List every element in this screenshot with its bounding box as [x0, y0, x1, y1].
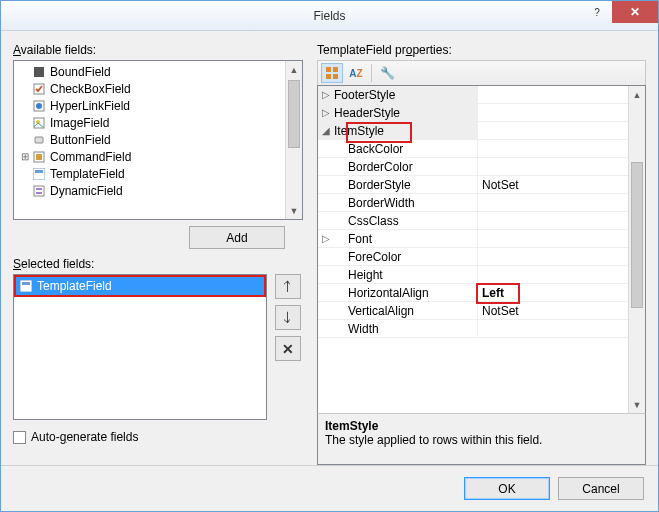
help-button[interactable]: ?	[582, 1, 612, 23]
property-row-width[interactable]: Width	[318, 320, 628, 338]
svg-rect-16	[326, 67, 331, 72]
autogenerate-row[interactable]: Auto-generate fields	[13, 430, 303, 444]
available-item-label: CheckBoxField	[50, 82, 131, 96]
property-row-borderstyle[interactable]: BorderStyleNotSet	[318, 176, 628, 194]
commandfield-icon	[32, 151, 46, 163]
available-fields-list[interactable]: BoundFieldCheckBoxFieldHyperLinkFieldIma…	[13, 60, 303, 220]
property-value[interactable]	[478, 320, 628, 337]
property-value[interactable]	[478, 230, 628, 247]
property-name: BorderStyle	[348, 178, 411, 192]
property-name: Font	[348, 232, 372, 246]
alphabetical-icon: AZ	[349, 68, 362, 79]
templatefield-icon	[32, 168, 46, 180]
add-button[interactable]: Add	[189, 226, 285, 249]
property-scrollbar[interactable]: ▲ ▼	[628, 86, 645, 413]
property-name: VerticalAlign	[348, 304, 414, 318]
property-row-font[interactable]: ▷Font	[318, 230, 628, 248]
arrow-up-icon: 🡑	[281, 279, 295, 295]
available-item-hyperlinkfield[interactable]: HyperLinkField	[14, 97, 285, 114]
property-row-height[interactable]: Height	[318, 266, 628, 284]
svg-rect-0	[34, 67, 44, 77]
scroll-down-icon[interactable]: ▼	[286, 202, 302, 219]
tree-expander[interactable]: ⊞	[18, 151, 32, 162]
svg-point-3	[36, 103, 42, 109]
delete-button[interactable]: ✕	[275, 336, 301, 361]
selected-fields-label: Selected fields:	[13, 257, 303, 271]
property-row-cssclass[interactable]: CssClass	[318, 212, 628, 230]
property-value[interactable]: Left	[478, 284, 628, 301]
imagefield-icon	[32, 117, 46, 129]
property-row-backcolor[interactable]: BackColor	[318, 140, 628, 158]
available-scrollbar[interactable]: ▲ ▼	[285, 61, 302, 219]
property-row-bordercolor[interactable]: BorderColor	[318, 158, 628, 176]
right-column: TemplateField properties: AZ 🔧 ▷FooterSt…	[317, 41, 646, 465]
property-value[interactable]: NotSet	[478, 176, 628, 193]
arrow-down-icon: 🡓	[281, 310, 295, 326]
property-value[interactable]	[478, 212, 628, 229]
property-value[interactable]	[478, 158, 628, 175]
svg-rect-18	[326, 74, 331, 79]
property-pages-button[interactable]: 🔧	[376, 63, 398, 83]
property-value[interactable]	[478, 140, 628, 157]
property-name: Width	[348, 322, 379, 336]
available-item-imagefield[interactable]: ImageField	[14, 114, 285, 131]
available-item-dynamicfield[interactable]: DynamicField	[14, 182, 285, 199]
property-name: FooterStyle	[334, 88, 395, 102]
property-row-borderwidth[interactable]: BorderWidth	[318, 194, 628, 212]
available-fields-label: Available fields:	[13, 43, 303, 57]
description-text: The style applied to rows within this fi…	[325, 433, 638, 447]
property-name: ForeColor	[348, 250, 401, 264]
svg-rect-19	[333, 74, 338, 79]
selected-fields-list[interactable]: TemplateField	[13, 274, 267, 420]
property-value[interactable]	[478, 266, 628, 283]
property-value[interactable]	[478, 104, 628, 121]
cancel-button[interactable]: Cancel	[558, 477, 644, 500]
move-down-button[interactable]: 🡓	[275, 305, 301, 330]
move-up-button[interactable]: 🡑	[275, 274, 301, 299]
available-item-label: ImageField	[50, 116, 109, 130]
available-item-buttonfield[interactable]: ButtonField	[14, 131, 285, 148]
available-item-boundfield[interactable]: BoundField	[14, 63, 285, 80]
buttonfield-icon	[32, 134, 46, 146]
scroll-thumb[interactable]	[631, 162, 643, 309]
scroll-down-icon[interactable]: ▼	[629, 396, 645, 413]
svg-rect-15	[22, 282, 30, 285]
property-row-verticalalign[interactable]: VerticalAlignNotSet	[318, 302, 628, 320]
scroll-thumb[interactable]	[288, 80, 300, 148]
available-item-commandfield[interactable]: ⊞CommandField	[14, 148, 285, 165]
dynamicfield-icon	[32, 185, 46, 197]
close-button[interactable]: ✕	[612, 1, 658, 23]
alphabetical-button[interactable]: AZ	[345, 63, 367, 83]
property-name: Height	[348, 268, 383, 282]
property-expander[interactable]: ◢	[318, 125, 334, 136]
property-value[interactable]	[478, 122, 628, 139]
property-value[interactable]	[478, 248, 628, 265]
fields-dialog: Fields ? ✕ Available fields: BoundFieldC…	[0, 0, 659, 512]
property-expander[interactable]: ▷	[318, 233, 334, 244]
svg-rect-6	[35, 137, 43, 143]
property-value[interactable]	[478, 194, 628, 211]
property-grid[interactable]: ▷FooterStyle▷HeaderStyle◢ItemStyleBackCo…	[317, 85, 646, 414]
categorized-button[interactable]	[321, 63, 343, 83]
autogenerate-checkbox[interactable]	[13, 431, 26, 444]
scroll-up-icon[interactable]: ▲	[286, 61, 302, 78]
delete-icon: ✕	[282, 341, 294, 357]
description-title: ItemStyle	[325, 419, 638, 433]
property-row-forecolor[interactable]: ForeColor	[318, 248, 628, 266]
property-row-footerstyle[interactable]: ▷FooterStyle	[318, 86, 628, 104]
property-row-headerstyle[interactable]: ▷HeaderStyle	[318, 104, 628, 122]
property-row-itemstyle[interactable]: ◢ItemStyle	[318, 122, 628, 140]
property-value[interactable]	[478, 86, 628, 103]
property-expander[interactable]: ▷	[318, 107, 334, 118]
property-value[interactable]: NotSet	[478, 302, 628, 319]
available-item-checkboxfield[interactable]: CheckBoxField	[14, 80, 285, 97]
scroll-up-icon[interactable]: ▲	[629, 86, 645, 103]
property-row-horizontalalign[interactable]: HorizontalAlignLeft	[318, 284, 628, 302]
properties-label: TemplateField properties:	[317, 43, 646, 57]
available-item-templatefield[interactable]: TemplateField	[14, 165, 285, 182]
categorized-icon	[325, 66, 339, 80]
selected-item-templatefield[interactable]: TemplateField	[16, 277, 264, 295]
ok-button[interactable]: OK	[464, 477, 550, 500]
property-name: HorizontalAlign	[348, 286, 429, 300]
property-expander[interactable]: ▷	[318, 89, 334, 100]
